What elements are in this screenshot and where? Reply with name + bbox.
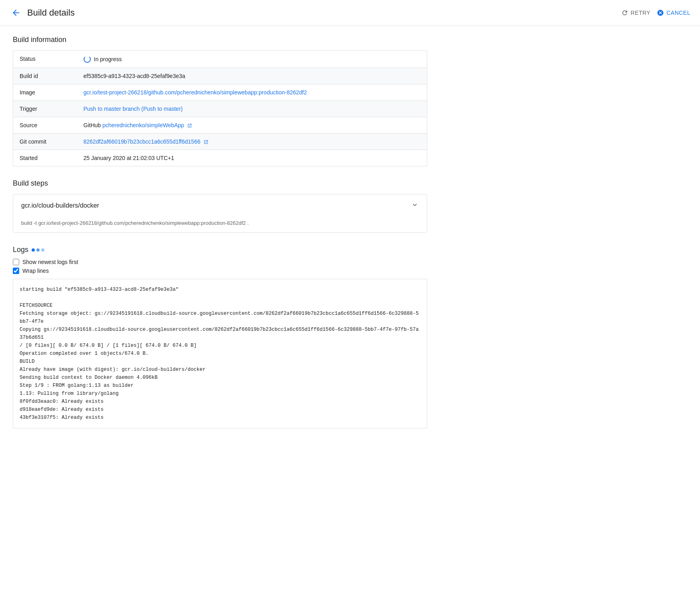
wrap-lines-label[interactable]: Wrap lines bbox=[22, 268, 49, 274]
table-row: Trigger Push to master branch (Push to m… bbox=[13, 101, 427, 117]
page-header: Build details RETRY CANCEL bbox=[0, 0, 700, 26]
logs-header: Logs bbox=[13, 246, 427, 254]
trigger-link[interactable]: Push to master branch (Push to master) bbox=[84, 106, 183, 112]
cancel-icon bbox=[657, 9, 664, 16]
build-info-table: Status In progress Build id ef5385c9-a91… bbox=[13, 50, 427, 166]
show-newest-checkbox[interactable] bbox=[13, 259, 19, 265]
row-value: GitHub pcherednichenko/simpleWebApp bbox=[77, 117, 427, 134]
retry-button[interactable]: RETRY bbox=[621, 9, 651, 16]
step-name: gcr.io/cloud-builders/docker bbox=[21, 202, 99, 209]
row-value: 8262df2af66019b7b23cbcc1a6c655d1ff6d1566 bbox=[77, 134, 427, 150]
retry-label: RETRY bbox=[631, 10, 651, 16]
log-controls: Show newest logs first Wrap lines bbox=[13, 259, 427, 274]
cancel-label: CANCEL bbox=[666, 10, 690, 16]
wrap-lines-checkbox[interactable] bbox=[13, 268, 19, 274]
table-row: Image gcr.io/test-project-266218/github.… bbox=[13, 84, 427, 101]
row-label: Git commit bbox=[13, 134, 77, 150]
build-info-title: Build information bbox=[13, 36, 427, 44]
table-row: Status In progress bbox=[13, 51, 427, 68]
image-link[interactable]: gcr.io/test-project-266218/github.com/pc… bbox=[84, 89, 307, 96]
table-row: Started 25 January 2020 at 21:02:03 UTC+… bbox=[13, 150, 427, 166]
row-label: Image bbox=[13, 84, 77, 101]
step-header[interactable]: gcr.io/cloud-builders/docker bbox=[13, 194, 427, 217]
chevron-down-icon bbox=[411, 201, 419, 210]
dot-2 bbox=[36, 248, 40, 252]
row-label: Build id bbox=[13, 68, 77, 84]
loading-spinner bbox=[84, 56, 91, 63]
table-row: Build id ef5385c9-a913-4323-acd8-25efaf9… bbox=[13, 68, 427, 84]
build-steps-section: Build steps gcr.io/cloud-builders/docker… bbox=[13, 179, 427, 233]
table-row: Source GitHub pcherednichenko/simpleWebA… bbox=[13, 117, 427, 134]
step-card: gcr.io/cloud-builders/docker build -t gc… bbox=[13, 194, 427, 233]
wrap-lines-row: Wrap lines bbox=[13, 268, 427, 274]
step-command: build -t gcr.io/test-project-266218/gith… bbox=[13, 217, 427, 232]
row-value: gcr.io/test-project-266218/github.com/pc… bbox=[77, 84, 427, 101]
row-label: Trigger bbox=[13, 101, 77, 117]
row-value: In progress bbox=[77, 51, 427, 68]
main-content: Build information Status In progress Bui… bbox=[0, 26, 440, 451]
dot-1 bbox=[32, 248, 35, 252]
external-link-icon bbox=[187, 123, 192, 128]
log-output: starting build "ef5385c9-a913-4323-acd8-… bbox=[13, 279, 427, 428]
build-steps-title: Build steps bbox=[13, 179, 427, 188]
back-button[interactable] bbox=[10, 6, 22, 19]
retry-icon bbox=[621, 9, 628, 16]
dot-3 bbox=[41, 248, 44, 252]
show-newest-label[interactable]: Show newest logs first bbox=[22, 259, 78, 265]
row-label: Started bbox=[13, 150, 77, 166]
row-label: Status bbox=[13, 51, 77, 68]
git-commit-link[interactable]: 8262df2af66019b7b23cbcc1a6c655d1ff6d1566 bbox=[84, 138, 200, 145]
source-prefix: GitHub bbox=[84, 122, 102, 128]
row-label: Source bbox=[13, 117, 77, 134]
loading-dots bbox=[32, 248, 44, 252]
status-text: In progress bbox=[94, 56, 122, 62]
logs-section: Logs Show newest logs first Wrap lines s… bbox=[13, 246, 427, 428]
external-link-icon bbox=[204, 140, 208, 144]
page-title: Build details bbox=[27, 8, 616, 18]
cancel-button[interactable]: CANCEL bbox=[657, 9, 690, 16]
source-link[interactable]: pcherednichenko/simpleWebApp bbox=[102, 122, 184, 128]
logs-title: Logs bbox=[13, 246, 28, 254]
build-information-section: Build information Status In progress Bui… bbox=[13, 36, 427, 166]
row-value: ef5385c9-a913-4323-acd8-25efaf9e3e3a bbox=[77, 68, 427, 84]
row-value: Push to master branch (Push to master) bbox=[77, 101, 427, 117]
table-row: Git commit 8262df2af66019b7b23cbcc1a6c65… bbox=[13, 134, 427, 150]
header-actions: RETRY CANCEL bbox=[621, 9, 691, 16]
row-value: 25 January 2020 at 21:02:03 UTC+1 bbox=[77, 150, 427, 166]
show-newest-row: Show newest logs first bbox=[13, 259, 427, 265]
status-cell: In progress bbox=[84, 56, 421, 63]
